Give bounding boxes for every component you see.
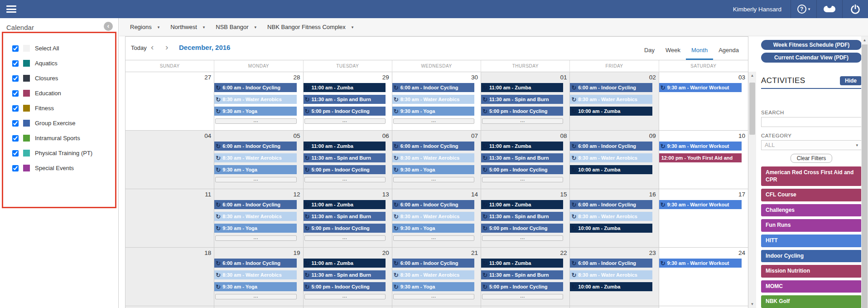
scroll-up-icon[interactable]: ▲ <box>748 72 756 79</box>
event[interactable]: ↻11:30 am - Spin and Burn <box>481 153 563 162</box>
event[interactable]: ↻11:00 am - Zumba <box>304 200 386 209</box>
category-chip[interactable]: Indoor Cycling <box>761 250 862 263</box>
event[interactable]: ↻11:30 am - Spin and Burn <box>481 270 563 279</box>
day-cell[interactable]: 15↻11:00 am - Zumba↻11:30 am - Spin and … <box>481 189 570 248</box>
panel-scrollbar[interactable]: ▲ <box>861 36 868 308</box>
scrollbar-thumb[interactable] <box>862 44 868 308</box>
category-chip[interactable]: CFL Course <box>761 189 862 201</box>
event[interactable]: ↻11:00 am - Zumba <box>481 259 563 268</box>
day-cell[interactable]: 04 <box>125 131 214 189</box>
calendar-scrollbar[interactable]: ▲ ▼ <box>748 72 756 308</box>
event[interactable]: ↻9:30 am - Warrior Workout <box>659 142 742 151</box>
day-cell[interactable]: 31 <box>659 306 748 308</box>
day-cell[interactable]: 26 <box>214 306 303 308</box>
event[interactable]: ↻10:00 am - Zumba <box>570 282 652 291</box>
event[interactable]: ↻9:30 am - Yoga <box>392 224 474 233</box>
event[interactable]: ↻5:00 pm - Indoor Cycling <box>481 282 563 291</box>
event[interactable]: ↻9:30 am - Yoga <box>214 165 296 174</box>
filter-checkbox[interactable] <box>12 45 19 52</box>
filter-checkbox[interactable] <box>12 105 19 112</box>
day-cell[interactable]: 29↻11:00 am - Zumba↻11:30 am - Spin and … <box>304 72 392 131</box>
event[interactable]: ↻9:30 am - Yoga <box>392 282 474 291</box>
category-chip[interactable]: Mission Nutrition <box>761 265 862 278</box>
event[interactable]: ↻11:00 am - Zumba <box>304 259 386 268</box>
event[interactable]: ↻8:30 am - Water Aerobics <box>214 95 296 104</box>
filter-checkbox[interactable] <box>12 165 19 171</box>
event[interactable]: ↻11:00 am - Zumba <box>481 83 563 92</box>
event[interactable]: ↻6:00 am - Indoor Cycling <box>570 259 652 268</box>
event[interactable]: ↻6:00 am - Indoor Cycling <box>214 142 296 151</box>
event[interactable]: ↻9:30 am - Warrior Workout <box>659 200 742 209</box>
filter-checkbox[interactable] <box>12 120 19 127</box>
event[interactable]: ↻8:30 am - Water Aerobics <box>392 212 474 221</box>
event[interactable]: ↻6:00 am - Indoor Cycling <box>214 83 296 92</box>
day-cell[interactable]: 12↻6:00 am - Indoor Cycling↻8:30 am - Wa… <box>214 189 303 248</box>
next-month-button[interactable]: › <box>165 42 168 52</box>
day-cell[interactable]: 28↻6:00 am - Indoor Cycling↻8:30 am - Wa… <box>214 72 303 131</box>
scrollbar-thumb[interactable] <box>749 83 755 135</box>
category-chip[interactable]: MOMC <box>761 280 862 293</box>
help-menu-button[interactable]: ? ▾ <box>791 0 816 18</box>
day-cell[interactable]: 27 <box>304 306 392 308</box>
more-events-button[interactable]: ... <box>482 294 563 299</box>
event[interactable]: ↻8:30 am - Water Aerobics <box>570 153 652 162</box>
prev-month-button[interactable]: ‹ <box>151 42 154 52</box>
event[interactable]: ↻9:30 am - Yoga <box>214 107 296 116</box>
more-events-button[interactable]: ... <box>215 118 296 124</box>
event[interactable]: ↻8:30 am - Water Aerobics <box>214 270 296 279</box>
more-events-button[interactable]: ... <box>482 177 563 182</box>
more-events-button[interactable]: ... <box>393 235 474 241</box>
event[interactable]: ↻6:00 am - Indoor Cycling <box>570 83 652 92</box>
day-cell[interactable]: 16↻6:00 am - Indoor Cycling↻8:30 am - Wa… <box>570 189 659 248</box>
scroll-down-icon[interactable]: ▼ <box>748 300 756 308</box>
event[interactable]: ↻9:30 am - Yoga <box>214 282 296 291</box>
clear-filters-button[interactable]: Clear Filters <box>791 154 833 163</box>
category-chip[interactable]: NBK Golf <box>761 295 862 308</box>
event[interactable]: ↻11:00 am - Zumba <box>304 83 386 92</box>
day-cell[interactable]: 13↻11:00 am - Zumba↻11:30 am - Spin and … <box>304 189 392 248</box>
event[interactable]: ↻8:30 am - Water Aerobics <box>392 95 474 104</box>
event[interactable]: ↻5:00 pm - Indoor Cycling <box>304 282 386 291</box>
event[interactable]: ↻8:30 am - Water Aerobics <box>570 95 652 104</box>
day-cell[interactable]: 14↻6:00 am - Indoor Cycling↻8:30 am - Wa… <box>392 189 481 248</box>
event[interactable]: ↻9:30 am - Yoga <box>214 224 296 233</box>
day-cell[interactable]: 03↻9:30 am - Warrior Workout <box>659 72 748 131</box>
tab-agenda[interactable]: Agenda <box>713 47 744 60</box>
tab-day[interactable]: Day <box>639 47 660 60</box>
event[interactable]: ↻8:30 am - Water Aerobics <box>214 153 296 162</box>
tab-week[interactable]: Week <box>660 47 686 60</box>
event[interactable]: ↻11:30 am - Spin and Burn <box>481 212 563 221</box>
event[interactable]: ↻9:30 am - Yoga <box>392 107 474 116</box>
event[interactable]: ↻11:30 am - Spin and Burn <box>481 95 563 104</box>
category-chip[interactable]: American Red Cross First Aid and CPR <box>761 166 862 186</box>
more-events-button[interactable]: ... <box>393 118 474 124</box>
more-events-button[interactable]: ... <box>304 294 386 299</box>
event[interactable]: ↻9:30 am - Yoga <box>392 165 474 174</box>
event[interactable]: ↻6:00 am - Indoor Cycling <box>214 200 296 209</box>
event[interactable]: ↻5:00 pm - Indoor Cycling <box>304 224 386 233</box>
day-cell[interactable]: 10↻9:30 am - Warrior Workout12:00 pm - Y… <box>659 131 748 189</box>
event[interactable]: ↻11:30 am - Spin and Burn <box>304 270 386 279</box>
more-events-button[interactable]: ... <box>482 235 563 241</box>
day-cell[interactable]: 08↻11:00 am - Zumba↻11:30 am - Spin and … <box>481 131 570 189</box>
category-select[interactable]: ALL ▾ <box>761 140 862 150</box>
day-cell[interactable]: 22↻11:00 am - Zumba↻11:30 am - Spin and … <box>481 248 570 306</box>
day-cell[interactable]: 27 <box>125 72 214 131</box>
filter-checkbox[interactable] <box>12 75 19 82</box>
event[interactable]: ↻9:30 am - Warrior Workout <box>659 83 742 92</box>
event[interactable]: ↻6:00 am - Indoor Cycling <box>214 259 296 268</box>
event[interactable]: ↻10:00 am - Zumba <box>570 107 652 116</box>
filter-checkbox[interactable] <box>12 135 19 142</box>
search-input[interactable] <box>761 117 862 127</box>
day-cell[interactable]: 01↻11:00 am - Zumba↻11:30 am - Spin and … <box>481 72 570 131</box>
day-cell[interactable]: 24↻9:30 am - Warrior Workout <box>659 248 748 306</box>
card-login-button[interactable] <box>817 0 842 18</box>
event[interactable]: ↻8:30 am - Water Aerobics <box>570 212 652 221</box>
hide-button[interactable]: Hide <box>840 76 862 85</box>
day-cell[interactable]: 17↻9:30 am - Warrior Workout <box>659 189 748 248</box>
event[interactable]: ↻11:30 am - Spin and Burn <box>304 95 386 104</box>
category-chip[interactable]: Challenges <box>761 204 862 217</box>
breadcrumb-item[interactable]: NBK Bangor Fitness Complex▾ <box>265 24 362 30</box>
day-cell[interactable]: 11 <box>125 189 214 248</box>
event[interactable]: ↻6:00 am - Indoor Cycling <box>392 83 474 92</box>
